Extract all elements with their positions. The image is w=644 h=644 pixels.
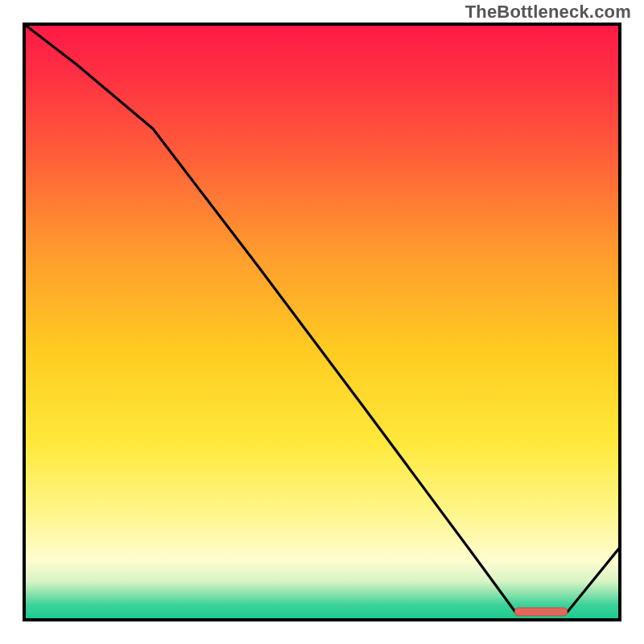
optimal-range-marker [515,608,568,616]
watermark-text: TheBottleneck.com [465,3,631,21]
plot-background [24,24,620,620]
bottleneck-chart [0,0,644,644]
chart-frame: TheBottleneck.com [0,0,644,644]
